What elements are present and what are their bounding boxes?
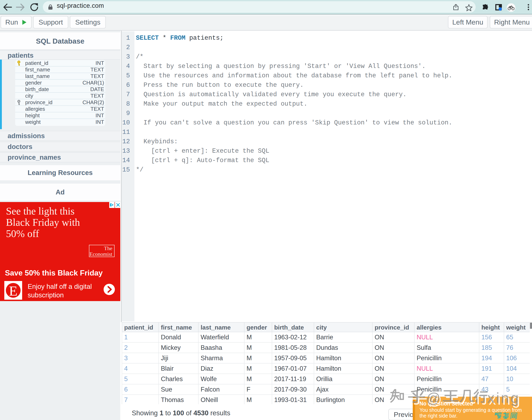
svg-text:E: E bbox=[9, 283, 18, 298]
